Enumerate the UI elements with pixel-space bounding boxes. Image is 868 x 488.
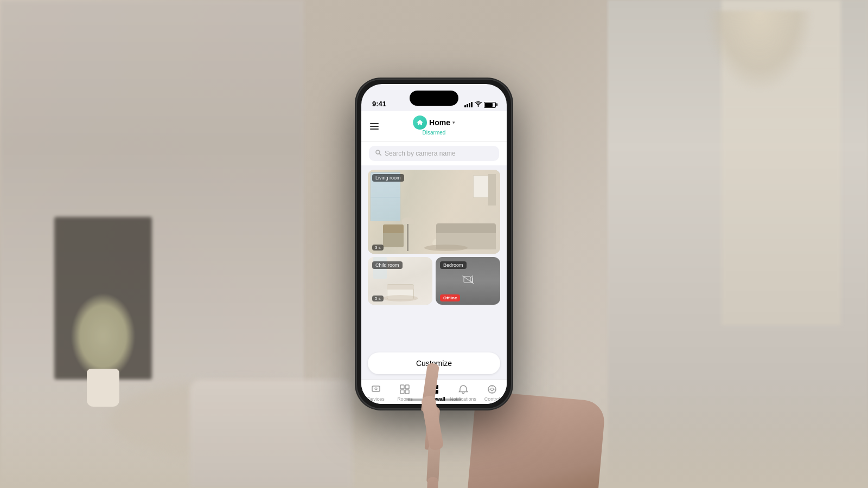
cr-rug <box>382 295 418 301</box>
camera-bedroom[interactable]: Bedroom Offline <box>436 257 500 305</box>
camera-living-room[interactable]: Living room 3 s <box>368 170 500 254</box>
svg-rect-7 <box>405 390 409 394</box>
lr-shelf <box>488 174 496 206</box>
bedroom-label: Bedroom <box>440 261 467 269</box>
menu-button[interactable] <box>370 123 379 130</box>
camera-grid: Living room 3 s <box>361 165 507 349</box>
bg-sofa <box>190 380 353 488</box>
offline-badge: Offline <box>440 294 460 301</box>
no-video-icon <box>462 275 475 287</box>
battery-fill <box>485 103 493 107</box>
svg-rect-6 <box>400 390 404 394</box>
signal-bar-3 <box>469 103 470 107</box>
dynamic-island <box>410 91 458 106</box>
phone-screen: 9:41 <box>361 84 507 404</box>
lr-lamp-pole <box>407 221 409 251</box>
header-title: Home <box>429 118 450 127</box>
svg-rect-2 <box>372 386 380 391</box>
devices-icon <box>370 383 382 395</box>
home-icon <box>413 115 427 130</box>
nav-label-control: Control <box>484 396 500 402</box>
lr-sofa-back <box>436 223 496 233</box>
svg-rect-4 <box>400 385 404 389</box>
cr-crib-rails <box>387 285 414 290</box>
app-content: Home ▾ Disarmed <box>361 111 507 404</box>
svg-line-1 <box>380 154 381 156</box>
nav-item-control[interactable]: Control <box>477 383 507 402</box>
search-placeholder: Search by camera name <box>385 150 456 157</box>
notifications-icon <box>457 383 469 395</box>
signal-bar-4 <box>471 102 473 107</box>
home-selector[interactable]: Home ▾ <box>413 115 455 130</box>
child-room-label: Child room <box>372 261 403 269</box>
signal-bars-icon <box>464 102 473 107</box>
phone-frame: 9:41 <box>356 79 512 409</box>
menu-line-2 <box>370 126 379 127</box>
camera-child-room[interactable]: Child room 5 s <box>368 257 432 305</box>
svg-point-3 <box>375 388 377 390</box>
lr-chair-back <box>383 224 404 233</box>
svg-rect-5 <box>405 385 409 389</box>
control-icon <box>486 383 498 395</box>
menu-line-1 <box>370 123 379 124</box>
header-center: Home ▾ Disarmed <box>413 115 455 136</box>
lr-window-bar <box>371 197 400 197</box>
app-header: Home ▾ Disarmed <box>361 111 507 142</box>
camera-bottom-row: Child room 5 s <box>368 257 500 305</box>
lr-lamp-shade <box>402 217 414 224</box>
wifi-icon <box>475 101 482 108</box>
signal-bar-2 <box>467 104 468 107</box>
child-room-timer: 5 s <box>372 296 384 301</box>
bg-lamp <box>705 11 814 92</box>
search-container: Search by camera name <box>361 142 507 165</box>
search-bar[interactable]: Search by camera name <box>369 146 499 161</box>
svg-point-13 <box>491 388 494 391</box>
svg-point-0 <box>376 150 380 154</box>
chevron-down-icon: ▾ <box>452 120 455 125</box>
status-icons <box>464 101 496 108</box>
status-time: 9:41 <box>372 100 386 108</box>
plant-decoration <box>71 298 136 407</box>
nav-item-devices[interactable]: Devices <box>361 383 391 402</box>
rooms-icon <box>399 383 411 395</box>
lr-rug <box>424 245 468 251</box>
signal-bar-1 <box>464 105 466 107</box>
living-room-label: Living room <box>372 174 404 182</box>
living-room-timer: 3 s <box>372 245 384 251</box>
nav-label-devices: Devices <box>367 396 385 402</box>
menu-line-3 <box>370 129 379 130</box>
living-room-feed <box>368 170 500 254</box>
disarmed-badge: Disarmed <box>423 130 446 136</box>
battery-icon <box>484 102 496 108</box>
search-icon <box>375 150 381 157</box>
